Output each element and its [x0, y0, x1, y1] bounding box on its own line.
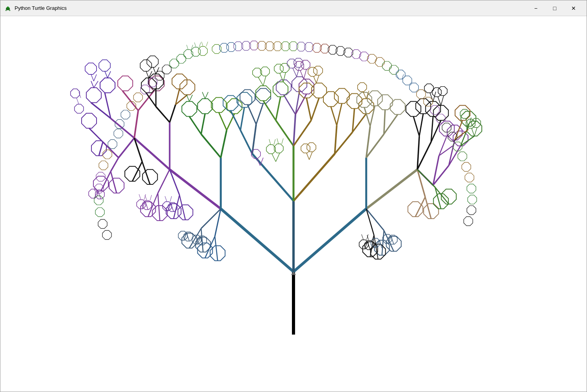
svg-marker-58	[182, 102, 197, 117]
svg-marker-76	[240, 90, 255, 105]
svg-line-80	[294, 120, 311, 146]
svg-line-8	[221, 209, 294, 272]
svg-line-46	[153, 67, 156, 74]
svg-marker-37	[99, 60, 110, 71]
svg-line-269	[187, 233, 189, 241]
svg-line-61	[189, 95, 193, 102]
svg-line-44	[146, 71, 149, 78]
svg-marker-363	[94, 196, 103, 205]
svg-line-263	[171, 204, 174, 212]
svg-line-203	[382, 230, 384, 255]
svg-line-140	[384, 114, 398, 134]
svg-line-325	[195, 43, 196, 47]
svg-line-111	[335, 132, 353, 154]
svg-line-15	[252, 154, 294, 201]
svg-marker-337	[134, 93, 143, 102]
svg-marker-331	[177, 54, 186, 63]
svg-marker-365	[98, 219, 107, 229]
turtle-icon	[4, 5, 11, 12]
svg-line-266	[165, 196, 167, 202]
svg-line-258	[139, 194, 141, 200]
svg-line-126	[419, 113, 423, 136]
titlebar: Python Turtle Graphics − □ ✕	[0, 0, 587, 16]
maximize-button[interactable]: □	[546, 2, 564, 15]
svg-line-196	[215, 209, 221, 236]
svg-marker-74	[223, 96, 238, 111]
svg-marker-48	[140, 60, 152, 71]
svg-marker-356	[464, 217, 473, 226]
svg-line-62	[202, 92, 205, 99]
svg-line-284	[368, 242, 370, 250]
svg-line-141	[384, 110, 385, 134]
svg-line-87	[311, 98, 319, 121]
svg-line-86	[307, 98, 311, 121]
svg-line-329	[396, 74, 399, 79]
svg-line-144	[364, 108, 370, 126]
svg-marker-358	[108, 139, 117, 149]
svg-line-72	[247, 105, 256, 124]
svg-marker-119	[323, 92, 338, 107]
svg-marker-26	[86, 88, 101, 103]
minimize-button[interactable]: −	[527, 2, 545, 15]
svg-marker-143	[378, 95, 393, 110]
close-button[interactable]: ✕	[565, 2, 583, 15]
svg-line-267	[170, 196, 172, 202]
svg-line-107	[300, 71, 304, 79]
svg-marker-88	[256, 86, 271, 101]
svg-line-57	[201, 113, 205, 134]
svg-line-201	[366, 209, 384, 230]
svg-marker-232	[307, 143, 316, 152]
svg-marker-343	[416, 90, 425, 99]
svg-line-167	[111, 158, 119, 171]
svg-marker-319	[375, 58, 385, 67]
svg-marker-350	[458, 152, 467, 161]
svg-line-33	[94, 74, 97, 81]
svg-line-39	[170, 105, 176, 123]
svg-marker-291	[74, 104, 84, 113]
svg-line-68	[240, 130, 252, 154]
svg-marker-245	[460, 110, 469, 119]
svg-marker-67	[227, 99, 242, 114]
svg-line-225	[269, 139, 271, 145]
svg-marker-333	[162, 65, 171, 74]
svg-marker-242	[358, 83, 367, 92]
svg-marker-364	[95, 208, 104, 217]
svg-line-100	[283, 72, 286, 82]
svg-line-237	[316, 75, 319, 83]
svg-line-54	[201, 134, 221, 158]
svg-marker-75	[237, 93, 252, 108]
turtle-canvas	[0, 16, 587, 392]
svg-marker-355	[467, 206, 476, 215]
svg-marker-336	[141, 85, 150, 94]
svg-line-227	[277, 138, 279, 144]
svg-line-222	[276, 153, 280, 162]
svg-marker-321	[389, 65, 398, 74]
svg-line-236	[314, 76, 316, 83]
svg-line-173	[111, 171, 117, 193]
svg-line-187	[174, 195, 180, 219]
svg-line-73	[256, 104, 263, 124]
svg-marker-360	[99, 161, 108, 170]
svg-line-260	[145, 195, 147, 201]
svg-line-287	[362, 234, 364, 240]
svg-line-64	[219, 112, 227, 130]
svg-marker-294	[71, 89, 80, 98]
svg-line-323	[187, 45, 188, 50]
svg-line-198	[215, 236, 217, 261]
svg-marker-239	[314, 66, 323, 75]
svg-marker-297	[199, 46, 208, 56]
svg-line-20	[111, 118, 134, 138]
svg-marker-345	[430, 106, 439, 115]
svg-marker-342	[409, 83, 418, 92]
svg-line-122	[417, 136, 419, 169]
svg-line-13	[366, 169, 418, 209]
svg-line-168	[89, 128, 103, 142]
svg-line-292	[76, 98, 79, 104]
svg-marker-27	[100, 78, 115, 93]
svg-line-229	[307, 153, 309, 160]
svg-line-63	[205, 92, 208, 99]
svg-line-113	[353, 113, 366, 132]
svg-marker-102	[280, 63, 289, 72]
svg-line-221	[272, 154, 276, 162]
svg-line-247	[474, 127, 477, 136]
